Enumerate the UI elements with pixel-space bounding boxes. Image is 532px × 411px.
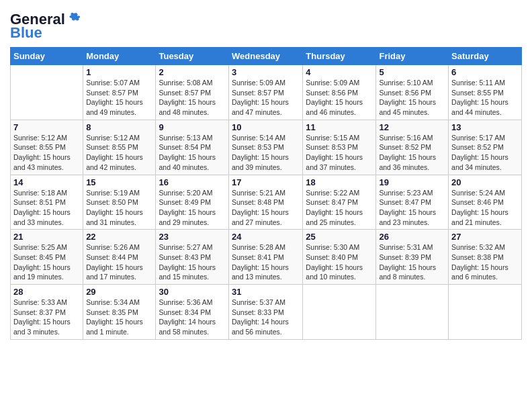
calendar-week-row: 7Sunrise: 5:12 AM Sunset: 8:55 PM Daylig… (11, 120, 522, 175)
calendar-cell (303, 285, 376, 340)
page-container: General Blue SundayMondayTuesdayWednesda… (0, 0, 532, 347)
day-number: 24 (232, 232, 300, 242)
calendar-cell: 7Sunrise: 5:12 AM Sunset: 8:55 PM Daylig… (11, 120, 83, 175)
day-number: 15 (86, 177, 152, 187)
calendar-header-cell: Tuesday (156, 48, 229, 65)
calendar-cell: 11Sunrise: 5:15 AM Sunset: 8:53 PM Dayli… (303, 120, 376, 175)
day-number: 13 (451, 122, 519, 132)
day-info: Sunrise: 5:34 AM Sunset: 8:35 PM Dayligh… (86, 298, 152, 337)
calendar-cell (376, 285, 449, 340)
day-number: 16 (159, 177, 226, 187)
calendar-cell: 23Sunrise: 5:27 AM Sunset: 8:43 PM Dayli… (156, 230, 229, 285)
day-number: 18 (306, 177, 373, 187)
day-info: Sunrise: 5:09 AM Sunset: 8:57 PM Dayligh… (232, 78, 300, 118)
header: General Blue (10, 7, 522, 42)
calendar-cell (11, 65, 83, 120)
day-number: 28 (13, 287, 80, 297)
calendar-cell: 30Sunrise: 5:36 AM Sunset: 8:34 PM Dayli… (156, 285, 229, 340)
calendar-header-cell: Friday (376, 48, 449, 65)
calendar-cell: 26Sunrise: 5:31 AM Sunset: 8:39 PM Dayli… (376, 230, 449, 285)
day-info: Sunrise: 5:28 AM Sunset: 8:41 PM Dayligh… (232, 242, 300, 282)
calendar-cell: 15Sunrise: 5:19 AM Sunset: 8:50 PM Dayli… (83, 175, 156, 230)
day-number: 9 (159, 122, 226, 132)
calendar-header-cell: Sunday (11, 48, 83, 65)
calendar-header-cell: Wednesday (229, 48, 303, 65)
day-info: Sunrise: 5:16 AM Sunset: 8:52 PM Dayligh… (379, 133, 445, 173)
day-info: Sunrise: 5:37 AM Sunset: 8:33 PM Dayligh… (232, 298, 300, 337)
day-number: 5 (379, 67, 445, 77)
day-number: 17 (232, 177, 300, 187)
day-info: Sunrise: 5:08 AM Sunset: 8:57 PM Dayligh… (159, 78, 226, 118)
day-number: 7 (13, 122, 80, 132)
day-number: 23 (159, 232, 226, 242)
calendar-cell: 18Sunrise: 5:22 AM Sunset: 8:47 PM Dayli… (303, 175, 376, 230)
day-number: 8 (86, 122, 152, 132)
day-number: 29 (86, 287, 152, 297)
day-info: Sunrise: 5:20 AM Sunset: 8:49 PM Dayligh… (159, 188, 226, 228)
day-info: Sunrise: 5:23 AM Sunset: 8:47 PM Dayligh… (379, 188, 445, 228)
day-number: 6 (451, 67, 519, 77)
calendar-cell: 1Sunrise: 5:07 AM Sunset: 8:57 PM Daylig… (83, 65, 156, 120)
day-info: Sunrise: 5:12 AM Sunset: 8:55 PM Dayligh… (86, 133, 152, 173)
day-number: 3 (232, 67, 300, 77)
calendar-cell: 22Sunrise: 5:26 AM Sunset: 8:44 PM Dayli… (83, 230, 156, 285)
day-info: Sunrise: 5:27 AM Sunset: 8:43 PM Dayligh… (159, 242, 226, 282)
calendar-header-cell: Thursday (303, 48, 376, 65)
day-info: Sunrise: 5:18 AM Sunset: 8:51 PM Dayligh… (13, 188, 80, 228)
day-info: Sunrise: 5:25 AM Sunset: 8:45 PM Dayligh… (13, 242, 80, 282)
calendar-cell: 29Sunrise: 5:34 AM Sunset: 8:35 PM Dayli… (83, 285, 156, 340)
day-number: 2 (159, 67, 226, 77)
day-number: 27 (451, 232, 519, 242)
day-number: 25 (306, 232, 373, 242)
day-info: Sunrise: 5:24 AM Sunset: 8:46 PM Dayligh… (451, 188, 519, 228)
calendar-table: SundayMondayTuesdayWednesdayThursdayFrid… (10, 47, 522, 340)
calendar-cell: 16Sunrise: 5:20 AM Sunset: 8:49 PM Dayli… (156, 175, 229, 230)
day-info: Sunrise: 5:14 AM Sunset: 8:53 PM Dayligh… (232, 133, 300, 173)
calendar-cell: 2Sunrise: 5:08 AM Sunset: 8:57 PM Daylig… (156, 65, 229, 120)
day-info: Sunrise: 5:30 AM Sunset: 8:40 PM Dayligh… (306, 242, 373, 282)
calendar-cell: 27Sunrise: 5:32 AM Sunset: 8:38 PM Dayli… (449, 230, 522, 285)
calendar-cell: 21Sunrise: 5:25 AM Sunset: 8:45 PM Dayli… (11, 230, 83, 285)
calendar-cell: 10Sunrise: 5:14 AM Sunset: 8:53 PM Dayli… (229, 120, 303, 175)
day-info: Sunrise: 5:13 AM Sunset: 8:54 PM Dayligh… (159, 133, 226, 173)
calendar-cell: 19Sunrise: 5:23 AM Sunset: 8:47 PM Dayli… (376, 175, 449, 230)
day-number: 21 (13, 232, 80, 242)
logo-blue: Blue (10, 24, 42, 42)
calendar-cell: 4Sunrise: 5:09 AM Sunset: 8:56 PM Daylig… (303, 65, 376, 120)
day-info: Sunrise: 5:10 AM Sunset: 8:56 PM Dayligh… (379, 78, 445, 118)
day-number: 26 (379, 232, 445, 242)
day-info: Sunrise: 5:11 AM Sunset: 8:55 PM Dayligh… (451, 78, 519, 118)
logo-bird-icon (66, 11, 81, 26)
calendar-week-row: 21Sunrise: 5:25 AM Sunset: 8:45 PM Dayli… (11, 230, 522, 285)
day-info: Sunrise: 5:22 AM Sunset: 8:47 PM Dayligh… (306, 188, 373, 228)
day-info: Sunrise: 5:26 AM Sunset: 8:44 PM Dayligh… (86, 242, 152, 282)
day-info: Sunrise: 5:33 AM Sunset: 8:37 PM Dayligh… (13, 298, 80, 337)
day-number: 31 (232, 287, 300, 297)
calendar-header-row: SundayMondayTuesdayWednesdayThursdayFrid… (11, 48, 522, 65)
calendar-week-row: 28Sunrise: 5:33 AM Sunset: 8:37 PM Dayli… (11, 285, 522, 340)
calendar-cell: 12Sunrise: 5:16 AM Sunset: 8:52 PM Dayli… (376, 120, 449, 175)
day-number: 4 (306, 67, 373, 77)
calendar-week-row: 1Sunrise: 5:07 AM Sunset: 8:57 PM Daylig… (11, 65, 522, 120)
calendar-cell: 3Sunrise: 5:09 AM Sunset: 8:57 PM Daylig… (229, 65, 303, 120)
calendar-cell: 6Sunrise: 5:11 AM Sunset: 8:55 PM Daylig… (449, 65, 522, 120)
calendar-cell: 20Sunrise: 5:24 AM Sunset: 8:46 PM Dayli… (449, 175, 522, 230)
day-info: Sunrise: 5:21 AM Sunset: 8:48 PM Dayligh… (232, 188, 300, 228)
day-info: Sunrise: 5:36 AM Sunset: 8:34 PM Dayligh… (159, 298, 226, 337)
calendar-cell: 31Sunrise: 5:37 AM Sunset: 8:33 PM Dayli… (229, 285, 303, 340)
calendar-cell: 9Sunrise: 5:13 AM Sunset: 8:54 PM Daylig… (156, 120, 229, 175)
day-info: Sunrise: 5:31 AM Sunset: 8:39 PM Dayligh… (379, 242, 445, 282)
day-info: Sunrise: 5:32 AM Sunset: 8:38 PM Dayligh… (451, 242, 519, 282)
calendar-cell: 25Sunrise: 5:30 AM Sunset: 8:40 PM Dayli… (303, 230, 376, 285)
day-number: 11 (306, 122, 373, 132)
calendar-cell: 13Sunrise: 5:17 AM Sunset: 8:52 PM Dayli… (449, 120, 522, 175)
calendar-cell (449, 285, 522, 340)
day-number: 19 (379, 177, 445, 187)
calendar-header-cell: Saturday (449, 48, 522, 65)
day-number: 1 (86, 67, 152, 77)
calendar-cell: 28Sunrise: 5:33 AM Sunset: 8:37 PM Dayli… (11, 285, 83, 340)
day-number: 30 (159, 287, 226, 297)
day-number: 14 (13, 177, 80, 187)
calendar-header-cell: Monday (83, 48, 156, 65)
day-info: Sunrise: 5:09 AM Sunset: 8:56 PM Dayligh… (306, 78, 373, 118)
